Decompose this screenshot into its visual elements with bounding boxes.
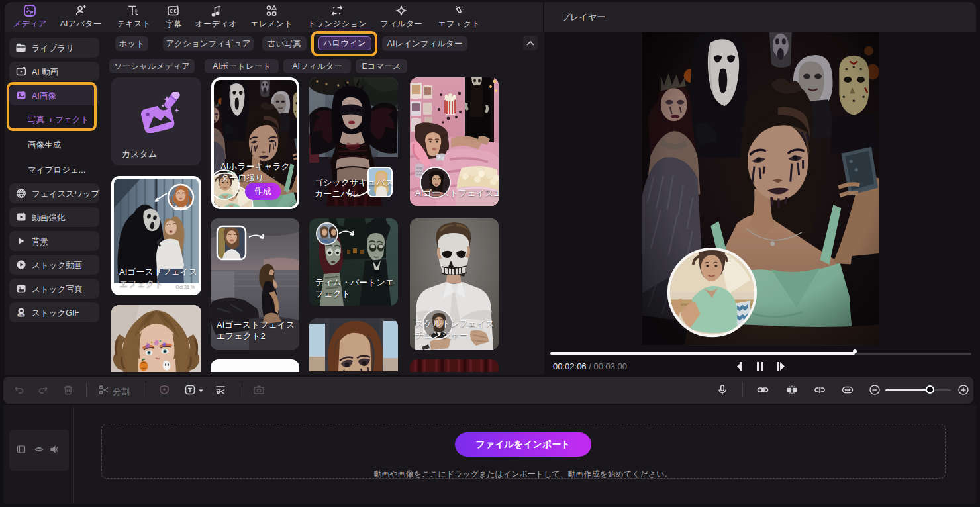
svg-text:GIF: GIF	[19, 314, 24, 317]
